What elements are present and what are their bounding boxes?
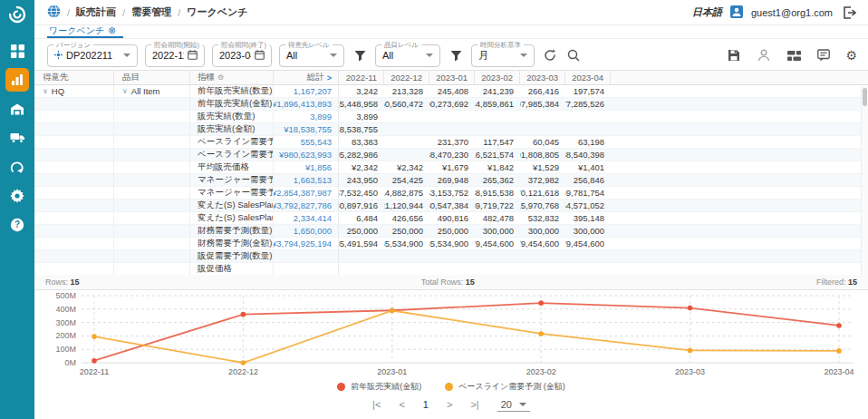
legend-item[interactable]: ベースライン需要予測 (金額): [445, 381, 565, 393]
value-cell[interactable]: [429, 111, 475, 122]
value-cell[interactable]: ¥30,897,916: [339, 200, 384, 211]
value-cell[interactable]: [475, 123, 520, 135]
value-cell[interactable]: ¥1,679: [429, 161, 475, 173]
language-switcher[interactable]: 日本語: [692, 5, 722, 19]
user-view-icon[interactable]: [756, 47, 772, 63]
value-cell[interactable]: ¥88,540,398: [565, 149, 611, 161]
column-header-total[interactable]: 総計 >: [274, 71, 339, 84]
sidebar-item-returns[interactable]: [5, 155, 29, 179]
value-cell[interactable]: 250,000: [339, 225, 384, 237]
legend-item[interactable]: 前年販売実績(金額): [337, 381, 421, 393]
column-header-month[interactable]: 2023-03: [520, 71, 565, 84]
value-cell[interactable]: [384, 263, 429, 275]
last-page-button[interactable]: >|: [470, 399, 478, 410]
value-cell[interactable]: ¥216,521,574: [475, 149, 520, 161]
value-cell[interactable]: [520, 111, 565, 122]
value-cell[interactable]: 241,239: [475, 85, 520, 97]
value-cell[interactable]: ¥414,882,875: [384, 187, 429, 199]
value-cell[interactable]: ¥780,547,384: [429, 200, 475, 211]
page-size-select[interactable]: 20: [497, 399, 530, 412]
calendar-icon[interactable]: [188, 50, 198, 62]
value-cell[interactable]: [565, 111, 611, 122]
value-cell[interactable]: [520, 250, 565, 262]
value-cell[interactable]: ¥554,571,052: [565, 200, 611, 211]
value-cell[interactable]: 265,362: [475, 174, 520, 186]
value-cell[interactable]: ¥390,273,692: [429, 98, 475, 110]
value-cell[interactable]: ¥585,534,900: [429, 238, 475, 249]
calendar-icon[interactable]: [255, 50, 265, 62]
column-header-month[interactable]: 2023-04: [565, 71, 611, 84]
value-cell[interactable]: 117,547: [475, 136, 520, 148]
total-cell[interactable]: 3,899: [274, 111, 339, 122]
value-cell[interactable]: 426,656: [384, 212, 429, 224]
chevron-down-icon[interactable]: ∨: [43, 87, 48, 95]
value-cell[interactable]: 395,148: [565, 212, 611, 224]
value-cell[interactable]: 197,574: [565, 85, 611, 97]
value-cell[interactable]: ¥679,454,600: [520, 238, 565, 249]
scrollbar-thumb[interactable]: [863, 88, 867, 106]
value-cell[interactable]: ¥15,448,958: [339, 98, 384, 110]
value-cell[interactable]: ¥889,719,722: [475, 200, 520, 211]
value-cell[interactable]: ¥18,538,755: [339, 123, 384, 135]
value-cell[interactable]: ¥360,560,472: [384, 98, 429, 110]
total-cell[interactable]: 2,334,414: [274, 212, 339, 224]
value-cell[interactable]: [384, 123, 429, 135]
total-cell[interactable]: 1,650,000: [274, 225, 339, 237]
value-cell[interactable]: [339, 263, 384, 275]
total-cell[interactable]: 1,167,207: [274, 85, 339, 97]
value-cell[interactable]: 245,408: [429, 85, 475, 97]
value-cell[interactable]: ¥453,153,752: [429, 187, 475, 199]
expand-columns-icon[interactable]: >: [327, 73, 332, 83]
total-cell[interactable]: ¥3,794,925,194: [274, 238, 339, 249]
value-cell[interactable]: ¥359,781,754: [565, 187, 611, 199]
value-cell[interactable]: 250,000: [429, 225, 475, 237]
current-page-number[interactable]: 1: [423, 399, 429, 410]
value-cell[interactable]: ¥2,342: [339, 161, 384, 173]
next-page-button[interactable]: >: [447, 399, 452, 410]
value-cell[interactable]: 266,416: [520, 85, 565, 97]
metric-settings-icon[interactable]: ⚙: [217, 73, 224, 82]
sidebar-item-help[interactable]: ?: [5, 213, 29, 237]
value-cell[interactable]: ¥585,491,594: [339, 238, 384, 249]
value-cell[interactable]: ¥679,454,600: [475, 238, 520, 249]
value-cell[interactable]: ¥195,282,986: [339, 149, 384, 161]
column-header-month[interactable]: 2023-01: [429, 71, 475, 84]
total-cell[interactable]: ¥18,538,755: [274, 123, 339, 135]
value-cell[interactable]: 254,425: [384, 174, 429, 186]
value-cell[interactable]: 6,484: [339, 212, 384, 224]
tab-close-icon[interactable]: ⊗: [108, 25, 115, 35]
sidebar-item-settings[interactable]: [5, 184, 29, 208]
layout-columns-icon[interactable]: [786, 47, 802, 63]
period-end-field[interactable]: 照会期間(終了) 2023-04: [212, 44, 272, 67]
tab-workbench[interactable]: ワークベンチ ⊗: [47, 25, 123, 38]
total-cell[interactable]: ¥3,792,827,786: [274, 200, 339, 211]
sidebar-item-warehouse[interactable]: [5, 97, 29, 121]
refresh-icon[interactable]: [542, 47, 558, 63]
value-cell[interactable]: 63,198: [565, 136, 611, 148]
column-header-month[interactable]: 2022-12: [384, 71, 429, 84]
column-header-item[interactable]: 品目: [114, 71, 190, 84]
value-cell[interactable]: [339, 250, 384, 262]
value-cell[interactable]: [520, 123, 565, 135]
value-cell[interactable]: 231,370: [429, 136, 475, 148]
value-cell[interactable]: ¥1,401: [565, 161, 611, 173]
total-cell[interactable]: ¥2,854,387,987: [274, 187, 339, 199]
value-cell[interactable]: 269,948: [429, 174, 475, 186]
column-header-customer[interactable]: 得意先: [34, 71, 114, 84]
value-cell[interactable]: [384, 149, 429, 161]
value-cell[interactable]: 60,045: [520, 136, 565, 148]
value-cell[interactable]: ¥2,342: [384, 161, 429, 173]
value-cell[interactable]: ¥815,970,768: [520, 200, 565, 211]
value-cell[interactable]: 532,832: [520, 212, 565, 224]
value-cell[interactable]: ¥444,859,861: [475, 98, 520, 110]
customer-cell[interactable]: ∨HQ: [34, 85, 114, 97]
value-cell[interactable]: [384, 250, 429, 262]
period-start-field[interactable]: 照会期間(開始) 2022-11: [145, 44, 205, 67]
total-cell[interactable]: ¥980,623,993: [274, 149, 339, 161]
value-cell[interactable]: ¥388,470,230: [429, 149, 475, 161]
sidebar-item-transport[interactable]: [5, 126, 29, 150]
value-cell[interactable]: 243,950: [339, 174, 384, 186]
value-cell[interactable]: ¥567,532,450: [339, 187, 384, 199]
value-cell[interactable]: 490,816: [429, 212, 475, 224]
value-cell[interactable]: ¥277,285,526: [565, 98, 611, 110]
